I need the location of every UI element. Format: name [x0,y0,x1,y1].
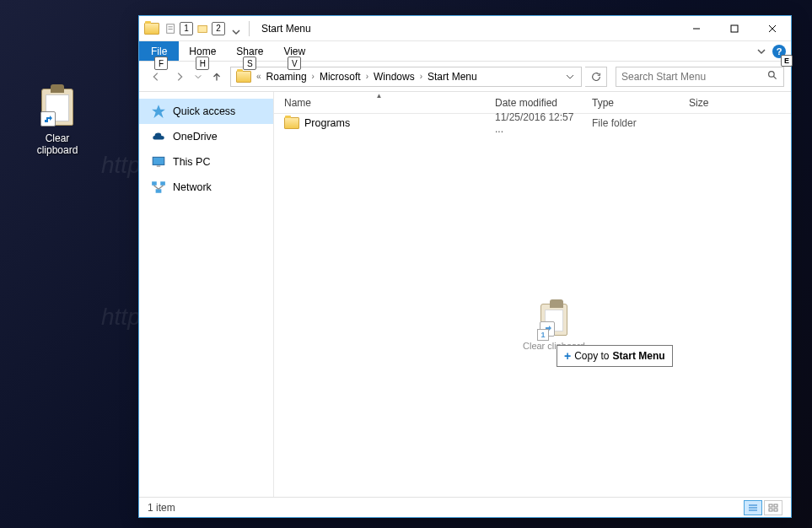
nav-network[interactable]: Network [139,175,273,200]
svg-rect-10 [153,157,164,164]
tab-view-label: View [283,46,305,57]
view-large-icons-button[interactable] [764,500,782,515]
qat-newfolder-icon[interactable] [196,22,210,35]
desktop-shortcut-clear-clipboard[interactable]: Clear clipboard [25,89,89,157]
nav-onedrive[interactable]: OneDrive [139,124,273,149]
navigation-bar: « Roaming › Microsoft › Windows › Start … [139,62,791,92]
breadcrumb-windows[interactable]: Windows [370,67,418,86]
content-area: ▲ Name Date modified Type Size Programs … [274,92,791,497]
close-button[interactable] [753,16,791,40]
address-dropdown-button[interactable] [561,67,579,86]
minimize-button[interactable] [677,16,715,40]
breadcrumb-overflow[interactable]: « [255,72,263,81]
breadcrumb-roaming[interactable]: Roaming [263,67,310,86]
qat-properties-icon[interactable] [164,22,178,35]
drop-target-text: Start Menu [613,350,665,362]
titlebar-divider [249,21,250,36]
key-badge-f: F [154,57,168,70]
file-row-programs[interactable]: Programs 11/25/2016 12:57 ... File folde… [274,114,791,132]
shortcut-arrow-icon [540,321,555,337]
clipboard-shortcut-icon [41,89,73,126]
tab-share-label: Share [236,46,263,57]
forward-button[interactable] [169,67,190,87]
tab-view[interactable]: View V [273,41,315,61]
maximize-button[interactable] [715,16,753,40]
file-date: 11/25/2016 12:57 ... [485,111,582,135]
key-badge-v: V [288,57,301,70]
qat-key-1: 1 [180,22,193,35]
search-input[interactable] [621,71,767,83]
file-list[interactable]: Programs 11/25/2016 12:57 ... File folde… [274,114,791,497]
svg-rect-14 [156,189,162,193]
svg-rect-20 [769,504,772,507]
up-button[interactable] [207,67,227,87]
column-name-label: Name [284,97,311,109]
pc-icon [151,154,166,170]
sort-ascending-icon: ▲ [376,92,383,100]
desktop-shortcut-label: Clear clipboard [25,132,89,157]
status-item-count: 1 item [148,502,175,514]
nav-this-pc[interactable]: This PC [139,149,273,175]
drop-tooltip: + Copy to Start Menu [557,345,673,367]
search-icon[interactable] [767,69,778,84]
svg-rect-13 [160,181,165,186]
view-details-button[interactable] [744,500,762,515]
breadcrumb-microsoft[interactable]: Microsoft [316,67,364,86]
svg-line-15 [153,186,159,190]
svg-line-16 [159,186,164,190]
chevron-right-icon[interactable]: › [418,72,424,81]
column-size[interactable]: Size [679,92,746,113]
key-badge-e: E [781,55,793,67]
shortcut-arrow-icon [40,111,56,127]
ribbon-tabs: File F Home H Share S View V ? E [139,41,791,62]
qat-customize-caret[interactable] [232,24,240,33]
refresh-button[interactable] [585,67,607,87]
star-icon [151,104,166,119]
file-explorer-window: 1 2 Start Menu File F Home H Share S [138,15,792,518]
chevron-right-icon[interactable]: › [364,72,370,81]
navigation-pane: Quick access OneDrive This PC Network [139,92,274,497]
chevron-right-icon[interactable]: › [310,72,316,81]
drag-ghost: 1 Clear clipboard [523,304,585,351]
status-bar: 1 item [139,497,791,517]
column-name[interactable]: ▲ Name [274,92,485,113]
search-box[interactable] [616,67,784,87]
breadcrumb-start-menu[interactable]: Start Menu [424,67,481,86]
tab-file[interactable]: File F [139,41,179,61]
network-icon [151,180,166,195]
nav-quick-access[interactable]: Quick access [139,99,273,124]
svg-rect-22 [769,509,772,511]
svg-rect-11 [157,166,161,167]
column-type[interactable]: Type [582,92,679,113]
tab-home-label: Home [189,46,216,57]
drop-action-text: Copy to [574,350,609,362]
nav-item-label: Network [173,181,212,193]
tab-share[interactable]: Share S [226,41,273,61]
address-folder-icon [236,71,251,83]
folder-icon [144,23,159,35]
svg-point-8 [769,71,775,77]
svg-line-9 [773,76,776,78]
tab-file-label: File [151,46,167,57]
svg-rect-5 [731,25,738,32]
svg-rect-2 [169,29,173,30]
column-date[interactable]: Date modified [485,92,582,113]
svg-rect-3 [198,25,207,32]
address-bar[interactable]: « Roaming › Microsoft › Windows › Start … [230,67,582,87]
svg-rect-21 [774,504,777,507]
file-name: Programs [304,117,350,129]
help-button[interactable]: ? E [772,45,786,58]
cloud-icon [151,129,166,144]
qat-key-2: 2 [212,22,225,35]
folder-icon [284,117,299,129]
nav-item-label: This PC [173,156,210,168]
key-badge-s: S [243,57,256,70]
nav-item-label: OneDrive [173,131,218,143]
titlebar[interactable]: 1 2 Start Menu [139,16,791,41]
drag-count-badge: 1 [537,329,549,341]
nav-item-label: Quick access [173,105,235,117]
svg-rect-23 [774,509,777,511]
ribbon-expand-button[interactable] [757,44,766,59]
window-title: Start Menu [261,23,677,35]
tab-home[interactable]: Home H [179,41,226,61]
